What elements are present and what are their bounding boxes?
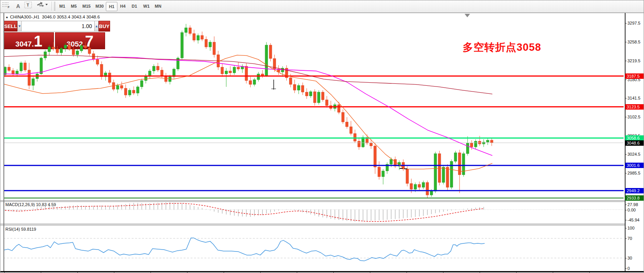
candle-body [249, 81, 252, 85]
price-tick-label: 3141.5 [627, 96, 641, 100]
axis-tick-mark [625, 23, 627, 23]
axis-tick-mark [625, 238, 627, 239]
candle-body [418, 185, 421, 188]
candle-body [442, 167, 445, 183]
price-chart-canvas[interactable] [0, 0, 644, 273]
candle-body [350, 127, 352, 134]
ma-orange-line [3, 55, 492, 171]
candle-body [326, 100, 328, 106]
candle-body [245, 66, 248, 81]
candle-body [422, 183, 425, 188]
price-tick-label: 3102.5 [627, 115, 641, 119]
indicator-scale-label: 0.00 [627, 208, 636, 212]
candle-body [482, 142, 485, 144]
candle-body [197, 35, 199, 40]
candle-body [341, 112, 344, 122]
candle-body [454, 153, 457, 161]
price-tick-label: 3297.5 [627, 21, 641, 25]
candle-body [309, 92, 312, 96]
candle-body [370, 143, 372, 146]
candle-body [293, 85, 296, 90]
candle-body [382, 171, 385, 177]
panel-separator[interactable] [0, 201, 625, 202]
price-level-badge: 3187.5 [625, 73, 644, 79]
candle-body [225, 71, 227, 74]
candle-body [136, 87, 139, 93]
candle-body [84, 45, 87, 48]
axis-tick-mark [625, 173, 627, 173]
candle-body [185, 28, 187, 33]
candle-body [201, 35, 204, 39]
candle-body [28, 70, 30, 85]
candle-body [157, 66, 159, 70]
candle-body [229, 71, 232, 73]
axis-tick-mark [625, 61, 627, 61]
candle-body [193, 33, 196, 40]
price-level-badge: 2933.8 [625, 195, 644, 201]
candle-body [265, 45, 268, 76]
candle-body [209, 42, 211, 47]
candle-body [88, 48, 91, 54]
candle-body [305, 92, 308, 96]
panel-separator[interactable] [0, 225, 625, 225]
axis-tick-mark [625, 268, 627, 269]
candle-body [257, 74, 260, 80]
candle-body [269, 45, 272, 58]
axis-tick-mark [625, 117, 627, 117]
candle-body [100, 64, 103, 77]
candle-body [358, 141, 360, 147]
candle-body [470, 143, 473, 147]
candle-body [297, 85, 300, 90]
panel-separator[interactable] [0, 200, 625, 201]
macd-signal-line [5, 203, 484, 221]
panel-separator[interactable] [0, 224, 625, 224]
candle-body [406, 169, 409, 184]
candle-body [149, 71, 151, 76]
candle-body [321, 92, 324, 100]
candle-body [414, 185, 417, 190]
candle-body [76, 51, 79, 55]
indicator-scale-label: 70 [627, 236, 632, 241]
price-tick-label: 3219.5 [627, 58, 641, 63]
indicator-scale-label: 100 [627, 226, 634, 230]
candle-body [362, 137, 365, 147]
axis-tick-mark [625, 42, 627, 42]
candle-body [108, 73, 111, 83]
candle-body [44, 52, 47, 58]
candle-body [410, 183, 413, 189]
candle-body [253, 80, 256, 85]
ma-darkred-line [3, 55, 492, 94]
candle-body [72, 49, 75, 55]
price-tick-label: 3024.5 [627, 152, 641, 156]
candle-body [233, 67, 236, 73]
macd-label: MACD(12,26,9) 10.83 4.59 [5, 202, 56, 207]
price-level-badge: 2949.2 [625, 188, 644, 193]
candle-body [20, 63, 22, 71]
candle-body [40, 58, 43, 74]
price-level-badge: 3048.6 [625, 140, 644, 146]
axis-tick-mark [625, 210, 627, 210]
candle-body [458, 153, 461, 175]
candle-body [12, 70, 14, 74]
rsi-label: RSI(14) 59.8119 [5, 227, 36, 231]
candle-body [68, 45, 71, 49]
indicator-scale-label: 0 [627, 266, 630, 271]
candle-body [80, 45, 83, 51]
candle-body [132, 90, 135, 93]
axis-tick-mark [625, 205, 627, 205]
candle-body [487, 140, 489, 142]
candle-body [426, 183, 429, 195]
chart-shift-marker [465, 14, 470, 17]
indicator-scale-label: 27.98 [627, 202, 638, 207]
candle-body [378, 167, 380, 177]
candle-body [141, 81, 143, 87]
candle-body [289, 78, 292, 85]
indicator-scale-label: -45.94 [627, 218, 639, 222]
candle-body [390, 160, 393, 165]
price-level-badge: 3001.6 [625, 163, 644, 168]
candle-body [338, 105, 340, 112]
time-axis-border [0, 271, 644, 272]
axis-tick-mark [625, 228, 627, 228]
candle-body [434, 154, 437, 191]
candle-body [301, 85, 304, 92]
